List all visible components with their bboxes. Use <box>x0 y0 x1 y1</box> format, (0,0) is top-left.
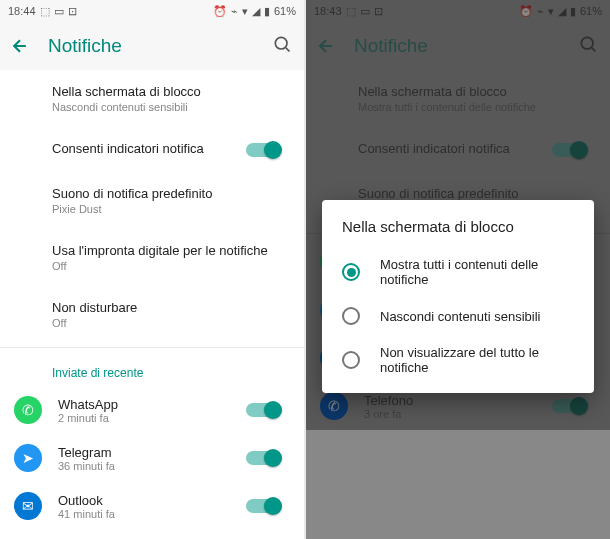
toggle-phone[interactable] <box>552 399 586 413</box>
toggle-whatsapp[interactable] <box>246 403 280 417</box>
phone-icon: ✆ <box>320 392 348 420</box>
battery-pct: 61% <box>580 5 602 17</box>
setting-dnd[interactable]: Non disturbare Off <box>0 286 304 343</box>
status-bar: 18:44 ⬚ ▭ ⊡ ⏰ ⌁ ▾ ◢ ▮ 61% <box>0 0 304 22</box>
search-icon[interactable] <box>578 34 602 58</box>
radio-option-hide-all[interactable]: Non visualizzare del tutto le notifiche <box>322 335 594 385</box>
battery-pct: 61% <box>274 5 296 17</box>
status-icon: ⬚ <box>346 5 356 18</box>
vpn-icon: ⌁ <box>231 5 238 18</box>
radio-icon <box>342 263 360 281</box>
status-time: 18:43 <box>314 5 342 17</box>
page-title: Notifiche <box>354 35 562 57</box>
app-row-outlook[interactable]: ✉ Outlook 41 minuti fa <box>0 482 304 530</box>
toggle-outlook[interactable] <box>246 499 280 513</box>
status-time: 18:44 <box>8 5 36 17</box>
search-icon[interactable] <box>272 34 296 58</box>
signal-icon: ◢ <box>252 5 260 18</box>
svg-point-1 <box>581 37 593 49</box>
settings-list: Nella schermata di blocco Nascondi conte… <box>0 70 304 539</box>
battery-icon: ▮ <box>264 5 270 18</box>
setting-sound[interactable]: Suono di notifica predefinito Pixie Dust <box>0 172 304 229</box>
setting-lockscreen[interactable]: Nella schermata di blocco Mostra tutti i… <box>306 70 610 127</box>
status-bar: 18:43 ⬚ ▭ ⊡ ⏰ ⌁ ▾ ◢ ▮ 61% <box>306 0 610 22</box>
back-icon[interactable] <box>314 34 338 58</box>
lockscreen-dialog: Nella schermata di blocco Mostra tutti i… <box>322 200 594 393</box>
app-row-whatsapp[interactable]: ✆ WhatsApp 2 minuti fa <box>0 386 304 434</box>
toggle-indicators[interactable] <box>246 143 280 157</box>
toggle-telegram[interactable] <box>246 451 280 465</box>
radio-option-hide-sensitive[interactable]: Nascondi contenuti sensibili <box>322 297 594 335</box>
vpn-icon: ⌁ <box>537 5 544 18</box>
wifi-icon: ▾ <box>242 5 248 18</box>
phone-right: 18:43 ⬚ ▭ ⊡ ⏰ ⌁ ▾ ◢ ▮ 61% Notifiche Nell… <box>306 0 610 539</box>
signal-icon: ◢ <box>558 5 566 18</box>
back-icon[interactable] <box>8 34 32 58</box>
alarm-icon: ⏰ <box>213 5 227 18</box>
telegram-icon: ➤ <box>14 444 42 472</box>
page-title: Notifiche <box>48 35 256 57</box>
battery-icon: ▮ <box>570 5 576 18</box>
radio-icon <box>342 351 360 369</box>
app-bar: Notifiche <box>306 22 610 70</box>
radio-icon <box>342 307 360 325</box>
status-icon: ⊡ <box>374 5 383 18</box>
toggle-indicators[interactable] <box>552 143 586 157</box>
whatsapp-icon: ✆ <box>14 396 42 424</box>
dialog-title: Nella schermata di blocco <box>322 218 594 247</box>
radio-option-show-all[interactable]: Mostra tutti i contenuti delle notifiche <box>322 247 594 297</box>
outlook-icon: ✉ <box>14 492 42 520</box>
setting-fingerprint[interactable]: Usa l'impronta digitale per le notifiche… <box>0 229 304 286</box>
app-row-telegram[interactable]: ➤ Telegram 36 minuti fa <box>0 434 304 482</box>
alarm-icon: ⏰ <box>519 5 533 18</box>
status-icon: ⬚ <box>40 5 50 18</box>
status-icon: ▭ <box>54 5 64 18</box>
status-icon: ▭ <box>360 5 370 18</box>
phone-left: 18:44 ⬚ ▭ ⊡ ⏰ ⌁ ▾ ◢ ▮ 61% Notifiche Nell… <box>0 0 304 539</box>
setting-indicators[interactable]: Consenti indicatori notifica <box>0 127 304 172</box>
section-recent: Inviate di recente <box>0 352 304 386</box>
app-bar: Notifiche <box>0 22 304 70</box>
svg-point-0 <box>275 37 287 49</box>
setting-lockscreen[interactable]: Nella schermata di blocco Nascondi conte… <box>0 70 304 127</box>
app-row-phone[interactable]: ✆ Telefono 3 ore fa <box>0 530 304 539</box>
setting-indicators[interactable]: Consenti indicatori notifica <box>306 127 610 172</box>
status-icon: ⊡ <box>68 5 77 18</box>
divider <box>0 347 304 348</box>
wifi-icon: ▾ <box>548 5 554 18</box>
